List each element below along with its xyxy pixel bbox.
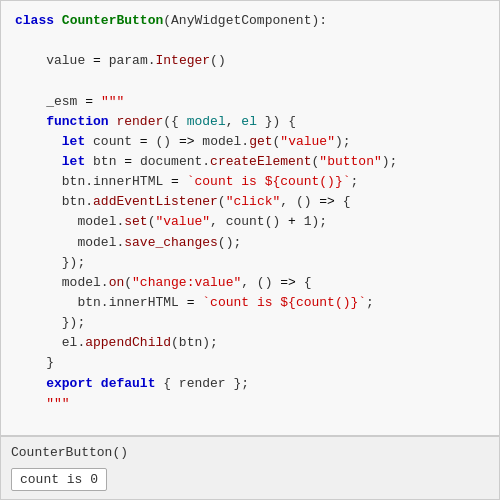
code-line-14: model.on("change:value", () => { [15, 273, 485, 293]
code-line-2 [15, 31, 485, 51]
counter-button[interactable]: count is 0 [11, 468, 107, 491]
code-line-7: let count = () => model.get("value"); [15, 132, 485, 152]
code-line-1: class CounterButton(AnyWidgetComponent): [15, 11, 485, 31]
code-line-16: }); [15, 313, 485, 333]
code-line-11: model.set("value", count() + 1); [15, 212, 485, 232]
code-line-9: btn.innerHTML = `count is ${count()}`; [15, 172, 485, 192]
code-line-19: export default { render }; [15, 374, 485, 394]
code-line-20: """ [15, 394, 485, 414]
main-container: class CounterButton(AnyWidgetComponent):… [0, 0, 500, 500]
code-line-3: value = param.Integer() [15, 51, 485, 71]
code-line-10: btn.addEventListener("click", () => { [15, 192, 485, 212]
code-line-12: model.save_changes(); [15, 233, 485, 253]
code-line-17: el.appendChild(btn); [15, 333, 485, 353]
code-editor: class CounterButton(AnyWidgetComponent):… [1, 1, 499, 436]
code-line-15: btn.innerHTML = `count is ${count()}`; [15, 293, 485, 313]
code-line-8: let btn = document.createElement("button… [15, 152, 485, 172]
code-line-4 [15, 71, 485, 91]
widget-class-label: CounterButton() [11, 445, 489, 460]
code-line-5: _esm = """ [15, 92, 485, 112]
code-line-18: } [15, 353, 485, 373]
widget-footer: CounterButton() count is 0 [1, 436, 499, 499]
code-line-13: }); [15, 253, 485, 273]
code-line-6: function render({ model, el }) { [15, 112, 485, 132]
